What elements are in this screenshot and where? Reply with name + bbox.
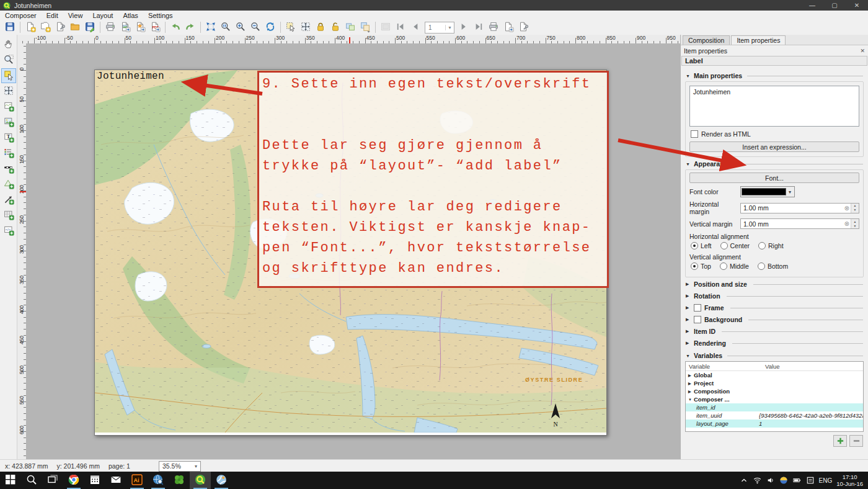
spinner-icon[interactable]: ▴▾: [851, 219, 859, 228]
close-button[interactable]: ✕: [846, 0, 868, 11]
h-align-right[interactable]: Right: [758, 242, 784, 249]
zoom-actual-button[interactable]: [219, 20, 232, 34]
export-svg-button[interactable]: [133, 20, 147, 34]
move-content-button[interactable]: [1, 84, 16, 99]
print-atlas-button[interactable]: [487, 20, 500, 34]
add-html-button[interactable]: </>: [1, 223, 16, 238]
export-image-button[interactable]: [118, 20, 132, 34]
render-as-html-checkbox[interactable]: Render as HTML: [691, 130, 858, 138]
composition-manager-button[interactable]: [53, 20, 67, 34]
raise-items-button[interactable]: [358, 20, 372, 34]
load-template-button[interactable]: [68, 20, 82, 34]
instruction-textbox[interactable]: 9. Sette inn egen tekst/overskrift Dette…: [257, 71, 609, 288]
maximize-button[interactable]: ▢: [823, 0, 846, 11]
action-center-icon[interactable]: [806, 476, 815, 485]
v-align-bottom[interactable]: Bottom: [758, 262, 788, 270]
wifi-icon[interactable]: [753, 476, 762, 485]
variable-row-global[interactable]: ▶Global: [686, 371, 863, 379]
add-shape-button[interactable]: [1, 177, 16, 192]
taskbar-clover-button[interactable]: [169, 472, 190, 489]
variables-header[interactable]: ▼ Variables: [686, 352, 863, 359]
variable-row-project[interactable]: ▶Project: [686, 379, 863, 387]
taskbar-task-view-button[interactable]: [42, 472, 63, 489]
font-button[interactable]: Font...: [689, 173, 859, 183]
map-label-item[interactable]: Jotunheimen: [97, 71, 164, 82]
section-rotation[interactable]: ▶Rotation: [686, 290, 863, 302]
export-atlas-button[interactable]: [502, 20, 515, 34]
undo-button[interactable]: [169, 20, 182, 34]
new-composition-button[interactable]: [24, 20, 37, 34]
section-item-id[interactable]: ▶Item ID: [686, 326, 863, 337]
atlas-first-button[interactable]: [394, 20, 407, 34]
print-composition-button[interactable]: [104, 20, 117, 34]
remove-variable-button[interactable]: [849, 435, 863, 447]
main-properties-header[interactable]: ▼ Main properties: [686, 72, 863, 79]
lock-items-button[interactable]: [314, 20, 327, 34]
variable-row-item-uuid[interactable]: item_uuid{9349568b-6462-42a0-a2eb-9f812d…: [686, 411, 863, 419]
label-text-input[interactable]: Jotunheimen: [689, 86, 859, 127]
menu-settings[interactable]: Settings: [143, 12, 178, 19]
atlas-settings-button[interactable]: [516, 20, 530, 34]
taskbar-qgis-button[interactable]: [190, 472, 211, 489]
checkbox-icon[interactable]: [694, 304, 701, 312]
checkbox-icon[interactable]: [694, 316, 701, 323]
composition-page[interactable]: Jotunheimen ØYSTRE SLIDRE N 9. Sette inn…: [94, 70, 607, 436]
pan-tool-button[interactable]: [1, 37, 16, 52]
taskbar-mail-button[interactable]: [105, 472, 126, 489]
volume-icon[interactable]: [766, 476, 775, 485]
tray-chevron-icon[interactable]: [740, 476, 748, 485]
tab-item-properties[interactable]: Item properties: [731, 35, 786, 45]
taskbar-illustrator-button[interactable]: Ai: [126, 472, 148, 489]
composer-canvas[interactable]: Jotunheimen ØYSTRE SLIDRE N 9. Sette inn…: [26, 43, 680, 459]
h-align-left[interactable]: Left: [691, 242, 712, 249]
taskbar-calendar-button[interactable]: [84, 472, 105, 489]
panel-close-icon[interactable]: ✕: [860, 48, 865, 54]
battery-icon[interactable]: [792, 476, 802, 485]
add-image-button[interactable]: [1, 115, 16, 130]
save-template-button[interactable]: [83, 20, 97, 34]
menu-layout[interactable]: Layout: [87, 12, 118, 19]
select-item-button[interactable]: [1, 68, 16, 83]
clear-icon[interactable]: ⊗: [844, 220, 849, 227]
taskbar-start-button[interactable]: [0, 472, 21, 489]
clear-icon[interactable]: ⊗: [844, 205, 849, 212]
horizontal-margin-input[interactable]: 1.00 mm ⊗ ▴▾: [740, 203, 859, 213]
h-align-center[interactable]: Center: [720, 242, 750, 249]
spinner-icon[interactable]: ▴▾: [851, 204, 859, 213]
add-legend-button[interactable]: [1, 146, 16, 161]
zoom-item-button[interactable]: [1, 53, 16, 68]
export-pdf-button[interactable]: PDF: [148, 20, 162, 34]
save-project-button[interactable]: [3, 20, 17, 34]
section-background[interactable]: ▶Background: [686, 314, 863, 325]
add-map-button[interactable]: [1, 99, 16, 114]
menu-edit[interactable]: Edit: [42, 12, 63, 19]
section-rendering[interactable]: ▶Rendering: [686, 338, 863, 349]
onedrive-icon[interactable]: [779, 476, 788, 485]
add-table-button[interactable]: [1, 208, 16, 223]
taskbar-arcgis-button[interactable]: [211, 472, 232, 489]
font-color-swatch[interactable]: ▾: [740, 186, 795, 197]
variable-row-composition[interactable]: ▶Composition: [686, 387, 863, 395]
atlas-preview-button[interactable]: [379, 20, 392, 34]
atlas-page-input[interactable]: 1▾: [425, 22, 454, 34]
chevron-down-icon[interactable]: ▾: [445, 25, 454, 30]
menu-atlas[interactable]: Atlas: [118, 12, 143, 19]
variable-row-composer-[interactable]: ▼Composer ...: [686, 395, 863, 403]
unlock-items-button[interactable]: [329, 20, 342, 34]
group-items-button[interactable]: [343, 20, 357, 34]
atlas-last-button[interactable]: [472, 20, 485, 34]
add-variable-button[interactable]: [833, 435, 847, 447]
add-scalebar-button[interactable]: [1, 161, 16, 176]
menu-composer[interactable]: Composer: [0, 12, 42, 19]
clock[interactable]: 17:10 10-Jun-16: [836, 473, 863, 487]
taskbar-chrome-button[interactable]: [63, 472, 84, 489]
vertical-margin-input[interactable]: 1.00 mm ⊗ ▴▾: [740, 218, 859, 229]
taskbar-search-button[interactable]: [21, 472, 42, 489]
refresh-view-button[interactable]: [264, 20, 277, 34]
variable-row-item-id[interactable]: item_id: [686, 403, 863, 411]
minimize-button[interactable]: —: [801, 0, 823, 11]
add-arrow-button[interactable]: [1, 192, 16, 207]
menu-view[interactable]: View: [63, 12, 88, 19]
v-align-middle[interactable]: Middle: [720, 262, 749, 270]
zoom-out-button[interactable]: [249, 20, 262, 34]
